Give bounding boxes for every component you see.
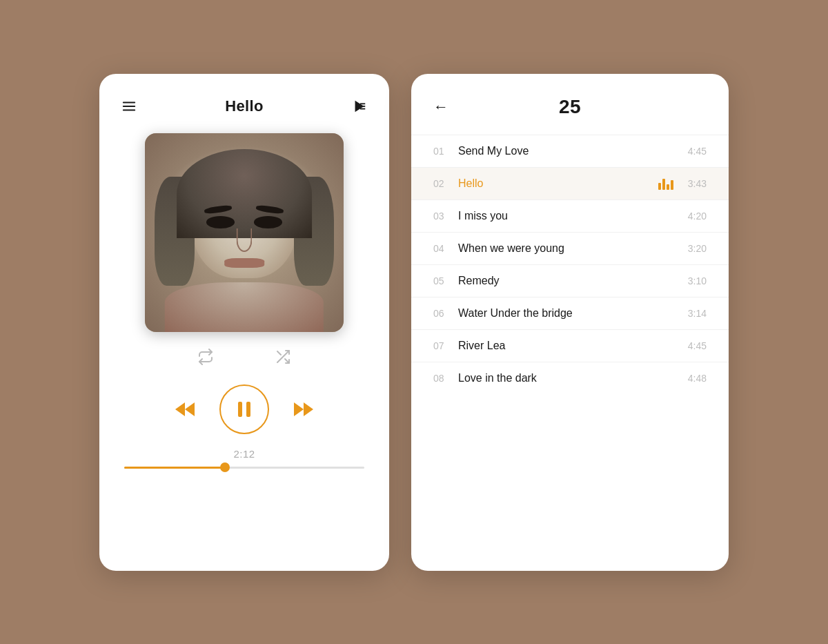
playlist-card: ← 25 01Send My Love4:4502Hello3:4303I mi…: [411, 74, 729, 571]
track-list: 01Send My Love4:4502Hello3:4303I miss yo…: [411, 135, 729, 554]
track-duration: 3:43: [682, 178, 707, 189]
track-name: River Lea: [458, 340, 682, 352]
track-duration: 3:10: [682, 275, 707, 286]
transport-controls: [119, 346, 370, 368]
equalizer-icon: [658, 177, 673, 190]
track-item[interactable]: 07River Lea4:45: [411, 329, 729, 362]
track-item[interactable]: 08Love in the dark4:48: [411, 362, 729, 394]
progress-thumb[interactable]: [220, 462, 230, 472]
pause-button[interactable]: [219, 384, 269, 434]
track-duration: 4:45: [682, 340, 707, 351]
menu-button[interactable]: [119, 96, 139, 117]
track-duration: 4:48: [682, 373, 707, 384]
track-item[interactable]: 05Remedy3:10: [411, 264, 729, 297]
skip-forward-button[interactable]: [294, 402, 313, 416]
pause-icon: [238, 402, 250, 417]
back-button[interactable]: ←: [433, 98, 448, 116]
track-number: 08: [433, 373, 453, 384]
svg-marker-13: [304, 402, 313, 416]
skip-back-button[interactable]: [175, 402, 195, 416]
track-name: I miss you: [458, 210, 682, 222]
track-item[interactable]: 03I miss you4:20: [411, 199, 729, 232]
track-name: Love in the dark: [458, 372, 682, 384]
track-name: Water Under the bridge: [458, 307, 682, 320]
shuffle-button[interactable]: [272, 346, 294, 368]
track-duration: 4:20: [682, 211, 707, 222]
track-name: Hello: [458, 177, 658, 190]
time-display: 2:12: [233, 448, 255, 460]
playlist-header: ← 25: [411, 96, 729, 118]
track-number: 01: [433, 146, 453, 157]
track-item[interactable]: 01Send My Love4:45: [411, 135, 729, 167]
playlist-icon-button[interactable]: [349, 96, 370, 117]
playback-row: [119, 384, 370, 434]
track-number: 03: [433, 211, 453, 222]
track-duration: 3:14: [682, 308, 707, 319]
track-number: 06: [433, 308, 453, 319]
track-duration: 4:45: [682, 146, 707, 157]
player-card: Hello: [99, 74, 389, 571]
album-title: 25: [559, 96, 581, 118]
track-number: 05: [433, 275, 453, 286]
svg-marker-12: [294, 402, 304, 416]
album-art: [145, 133, 344, 332]
track-item[interactable]: 04When we were young3:20: [411, 232, 729, 264]
track-item[interactable]: 02Hello3:43: [411, 167, 729, 199]
svg-line-9: [277, 351, 281, 355]
track-duration: 3:20: [682, 243, 707, 254]
track-name: When we were young: [458, 242, 682, 255]
player-header: Hello: [119, 96, 370, 117]
svg-marker-10: [185, 402, 195, 416]
track-number: 07: [433, 340, 453, 351]
track-item[interactable]: 06Water Under the bridge3:14: [411, 297, 729, 329]
repeat-button[interactable]: [195, 346, 217, 368]
progress-bar[interactable]: [119, 467, 370, 469]
track-number: 02: [433, 178, 453, 189]
track-number: 04: [433, 243, 453, 254]
svg-marker-11: [175, 402, 185, 416]
now-playing-title: Hello: [225, 97, 263, 115]
track-name: Send My Love: [458, 145, 682, 157]
track-name: Remedy: [458, 275, 682, 287]
